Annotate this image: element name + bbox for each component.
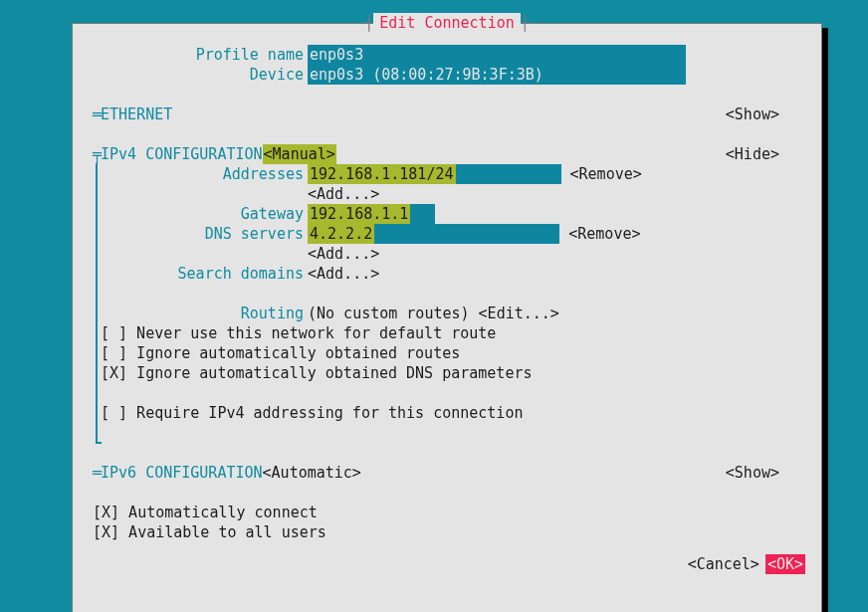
dns-label: DNS servers <box>85 224 308 244</box>
address-add-button[interactable]: <Add...> <box>308 184 379 204</box>
dns-remove-button[interactable]: <Remove> <box>568 224 640 244</box>
routing-label: Routing <box>85 304 308 323</box>
require-ipv4-checkbox[interactable]: [ ] Require IPv4 addressing for this con… <box>85 403 809 423</box>
ignore-auto-routes-checkbox[interactable]: [ ] Ignore automatically obtained routes <box>85 343 809 363</box>
dns-add-button[interactable]: <Add...> <box>308 244 379 264</box>
search-domains-add-button[interactable]: <Add...> <box>308 264 379 284</box>
ipv4-mode-select[interactable]: <Manual> <box>263 144 336 164</box>
routing-edit-button[interactable]: <Edit...> <box>479 304 559 323</box>
ipv6-section-title: IPv6 CONFIGURATION <box>101 463 263 483</box>
ipv4-hide-button[interactable]: <Hide> <box>726 144 809 164</box>
address-input[interactable]: 192.168.1.181/24 <box>308 164 456 184</box>
window-title-bar: ┤ Edit Connection ├ <box>85 13 809 33</box>
ethernet-section-title: ETHERNET <box>101 104 172 124</box>
ipv4-marker: ╤ <box>85 144 101 164</box>
edit-connection-window: ┤ Edit Connection ├ Profile name enp0s3 … <box>72 23 822 612</box>
ipv4-section-title: IPv4 CONFIGURATION <box>101 144 263 164</box>
gateway-input[interactable]: 192.168.1.1 <box>308 204 410 224</box>
never-default-route-checkbox[interactable]: [ ] Never use this network for default r… <box>85 323 809 343</box>
addresses-label: Addresses <box>85 164 308 184</box>
routing-value: (No custom routes) <box>308 304 470 323</box>
ipv6-marker: ═ <box>85 463 101 483</box>
cancel-button[interactable]: <Cancel> <box>688 554 760 574</box>
device-input[interactable]: enp0s3 (08:00:27:9B:3F:3B) <box>308 65 686 85</box>
ipv6-mode-select[interactable]: <Automatic> <box>263 463 361 483</box>
dns-input[interactable]: 4.2.2.2 <box>308 224 374 244</box>
auto-connect-checkbox[interactable]: [X] Automatically connect <box>85 503 809 522</box>
search-domains-label: Search domains <box>85 264 308 284</box>
address-remove-button[interactable]: <Remove> <box>570 164 642 184</box>
ethernet-show-button[interactable]: <Show> <box>726 104 809 124</box>
profile-name-input[interactable]: enp0s3 <box>308 45 686 65</box>
window-title: Edit Connection <box>373 13 520 33</box>
available-all-users-checkbox[interactable]: [X] Available to all users <box>85 522 809 542</box>
device-label: Device <box>85 65 308 85</box>
ipv6-show-button[interactable]: <Show> <box>726 463 809 483</box>
gateway-label: Gateway <box>85 204 308 224</box>
ethernet-marker: ═ <box>85 104 101 124</box>
profile-name-label: Profile name <box>85 45 308 65</box>
ok-button[interactable]: <OK> <box>765 554 805 574</box>
ignore-auto-dns-checkbox[interactable]: [X] Ignore automatically obtained DNS pa… <box>85 363 809 383</box>
